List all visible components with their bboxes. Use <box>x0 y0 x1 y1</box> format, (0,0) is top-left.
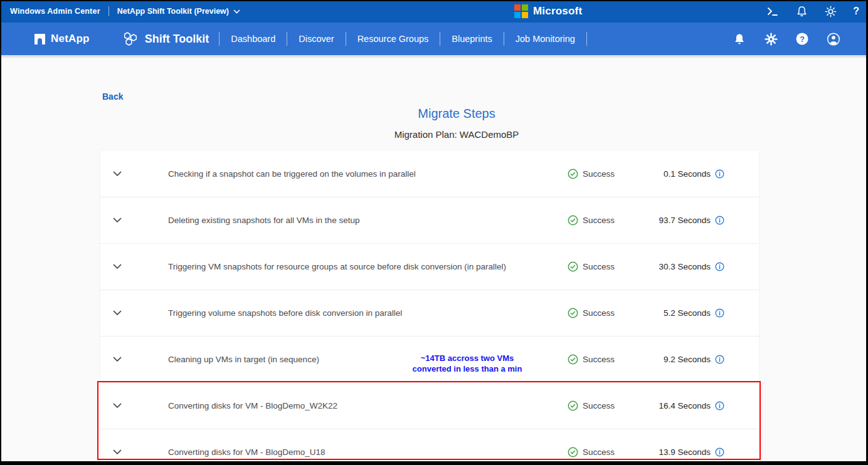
status-badge: Success <box>568 215 633 226</box>
nav-item-discover[interactable]: Discover <box>288 30 344 48</box>
app-help-icon[interactable]: ? <box>795 32 809 46</box>
status-text: Success <box>583 308 615 318</box>
duration-text: 93.7 Seconds <box>659 216 711 225</box>
main-content: Back Migrate Steps Migration Plan: WACDe… <box>0 58 868 465</box>
success-check-icon <box>568 215 578 226</box>
expand-chevron-icon[interactable] <box>100 171 168 177</box>
info-icon[interactable] <box>715 447 724 457</box>
netapp-logo[interactable]: NetApp <box>34 33 90 45</box>
info-icon[interactable] <box>715 169 724 179</box>
duration-cell: 9.2 Seconds <box>633 355 724 364</box>
step-label: Converting disks for VM - BlogDemo_W2K22 <box>168 401 568 410</box>
extension-title: NetApp Shift Toolkit (Preview) <box>117 7 229 16</box>
nav-divider <box>586 32 587 46</box>
status-text: Success <box>583 262 615 271</box>
info-icon[interactable] <box>715 262 724 271</box>
step-label: Deleting existing snapshots for all VMs … <box>168 216 568 225</box>
status-text: Success <box>583 216 615 225</box>
step-label: Converting disks for VM - BlogDemo_U18 <box>168 447 568 457</box>
shift-toolkit-home[interactable]: Shift Toolkit <box>122 31 209 46</box>
duration-text: 5.2 Seconds <box>664 308 711 318</box>
nav-item-dashboard[interactable]: Dashboard <box>221 30 285 48</box>
step-row-6: Converting disks for VM - BlogDemo_W2K22… <box>100 382 759 429</box>
nav-divider <box>287 32 287 46</box>
info-icon[interactable] <box>715 308 724 318</box>
status-text: Success <box>583 355 615 364</box>
step-row-1: Checking if a snapshot can be triggered … <box>100 150 759 197</box>
step-row-3: Triggering VM snapshots for resource gro… <box>100 243 759 290</box>
info-icon[interactable] <box>715 355 724 364</box>
info-icon[interactable] <box>715 216 724 225</box>
duration-text: 0.1 Seconds <box>664 169 711 179</box>
app-settings-gear-icon[interactable] <box>764 32 778 46</box>
main-nav: Dashboard Discover Resource Groups Bluep… <box>218 30 588 48</box>
status-badge: Success <box>568 354 633 365</box>
step-row-4: Triggering volume snapshots before disk … <box>100 290 759 336</box>
svg-text:?: ? <box>800 35 805 44</box>
back-link[interactable]: Back <box>102 91 123 102</box>
step-row-2: Deleting existing snapshots for all VMs … <box>100 197 759 243</box>
user-account-icon[interactable] <box>827 32 840 46</box>
wac-title: Windows Admin Center <box>10 7 100 16</box>
help-icon[interactable]: ? <box>853 6 859 17</box>
status-badge: Success <box>568 400 633 411</box>
nav-divider <box>346 32 346 46</box>
titlebar: Windows Admin Center NetApp Shift Toolki… <box>0 0 868 23</box>
netapp-wordmark: NetApp <box>51 33 90 45</box>
duration-cell: 0.1 Seconds <box>633 169 724 179</box>
step-label: Triggering volume snapshots before disk … <box>168 308 568 318</box>
expand-chevron-icon[interactable] <box>100 449 168 455</box>
annotation-note: ~14TB accross two VMs converted in less … <box>373 353 561 374</box>
step-row-7: Converting disks for VM - BlogDemo_U18 S… <box>100 429 759 465</box>
duration-cell: 16.4 Seconds <box>633 401 724 410</box>
notifications-bell-icon[interactable] <box>795 5 808 18</box>
netapp-mark-icon <box>34 34 45 44</box>
expand-chevron-icon[interactable] <box>100 310 168 316</box>
duration-cell: 93.7 Seconds <box>633 216 724 225</box>
microsoft-logo: Microsoft <box>514 0 582 23</box>
status-badge: Success <box>568 308 633 318</box>
page-title: Migrate Steps <box>23 107 868 121</box>
status-badge: Success <box>568 169 633 179</box>
status-badge: Success <box>568 447 633 457</box>
titlebar-divider <box>109 6 109 16</box>
expand-chevron-icon[interactable] <box>100 264 168 269</box>
alerts-bell-icon[interactable] <box>733 32 746 46</box>
expand-chevron-icon[interactable] <box>100 403 168 409</box>
hexagon-cluster-icon <box>122 31 139 46</box>
microsoft-wordmark: Microsoft <box>533 5 582 18</box>
chevron-down-icon <box>233 9 240 14</box>
powershell-icon[interactable] <box>766 5 779 18</box>
expand-chevron-icon[interactable] <box>100 357 168 362</box>
duration-cell: 5.2 Seconds <box>633 308 724 318</box>
navbar-actions: ? <box>733 23 840 55</box>
duration-text: 13.9 Seconds <box>659 447 711 457</box>
migrate-steps-list: Checking if a snapshot can be triggered … <box>100 150 759 465</box>
titlebar-actions: ? <box>766 0 859 23</box>
status-text: Success <box>583 447 615 457</box>
nav-item-blueprints[interactable]: Blueprints <box>442 30 502 48</box>
expand-chevron-icon[interactable] <box>100 217 168 223</box>
annotation-line-1: ~14TB accross two VMs <box>373 353 561 363</box>
nav-divider <box>219 32 220 46</box>
page-heading: Migrate Steps Migration Plan: WACDemoBP <box>23 107 868 140</box>
microsoft-squares-icon <box>514 4 528 18</box>
duration-cell: 30.3 Seconds <box>633 262 724 271</box>
success-check-icon <box>568 354 578 365</box>
success-check-icon <box>568 261 578 272</box>
status-text: Success <box>583 169 615 179</box>
extension-switcher[interactable]: NetApp Shift Toolkit (Preview) <box>117 7 240 16</box>
success-check-icon <box>568 400 578 411</box>
status-text: Success <box>583 401 615 410</box>
settings-gear-icon[interactable] <box>824 5 837 18</box>
info-icon[interactable] <box>715 401 724 410</box>
success-check-icon <box>568 169 578 179</box>
nav-item-resource-groups[interactable]: Resource Groups <box>347 30 439 48</box>
app-name: Shift Toolkit <box>145 33 209 46</box>
annotation-line-2: converted in less than a min <box>373 363 561 374</box>
duration-text: 9.2 Seconds <box>664 355 711 364</box>
success-check-icon <box>568 308 578 318</box>
nav-item-job-monitoring[interactable]: Job Monitoring <box>505 30 585 48</box>
app-navbar: NetApp Shift Toolkit Dashboard Discover … <box>0 23 868 55</box>
success-check-icon <box>568 447 578 457</box>
